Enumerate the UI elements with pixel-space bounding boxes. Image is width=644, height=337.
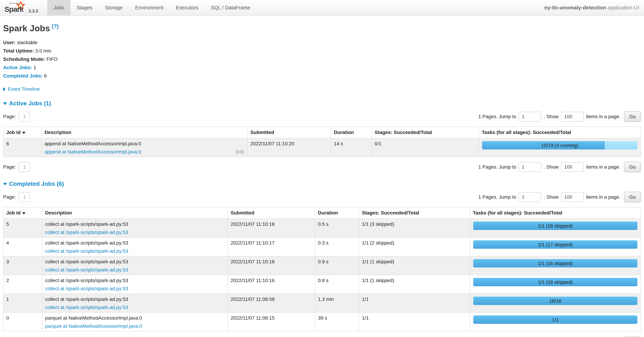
column-description[interactable]: Description — [42, 127, 248, 138]
sort-desc-icon — [22, 132, 26, 134]
progress-label: 1/1 (17 skipped) — [473, 240, 638, 249]
duration-cell: 0.9 s — [315, 256, 359, 275]
column-submitted[interactable]: Submitted — [248, 127, 331, 138]
stages-cell: 0/1 — [372, 138, 479, 157]
description-cell: append at NativeMethodAccessorImpl.java:… — [42, 138, 248, 157]
table-row: 4 collect at /spark-scripts/spark-ad.py:… — [3, 237, 641, 256]
sort-desc-icon — [22, 212, 26, 215]
jump-to-page-input[interactable] — [518, 192, 541, 202]
items-per-page-input[interactable] — [561, 112, 584, 121]
page-number-input[interactable] — [18, 112, 30, 121]
active-jobs-pager-top: Page: 1 Pages. Jump to . Show items in a… — [3, 111, 641, 122]
job-id-cell: 0 — [3, 313, 42, 331]
job-id-cell: 6 — [3, 138, 42, 157]
tasks-cell: 1/1 (18 skipped) — [470, 219, 641, 237]
column-stages[interactable]: Stages: Succeeded/Total — [372, 127, 479, 138]
stages-cell: 1/1 (3 skipped) — [359, 219, 470, 237]
event-timeline-toggle[interactable]: Event Timeline — [3, 86, 40, 92]
items-per-page-input[interactable] — [561, 162, 584, 172]
top-nav: APACHE Spark 3.3.0 Jobs Stages Storage E… — [0, 0, 644, 16]
items-per-page-input[interactable] — [561, 192, 584, 202]
column-duration[interactable]: Duration — [331, 127, 372, 138]
tab-jobs[interactable]: Jobs — [47, 0, 70, 15]
table-row: 6 append at NativeMethodAccessorImpl.jav… — [3, 138, 641, 157]
go-button[interactable]: Go — [624, 192, 641, 203]
jump-to-page-input[interactable] — [518, 112, 541, 121]
job-detail-link[interactable]: collect at /spark-scripts/spark-ad.py:53 — [45, 267, 128, 273]
table-row: 3 collect at /spark-scripts/spark-ad.py:… — [3, 256, 641, 275]
job-detail-link[interactable]: collect at /spark-scripts/spark-ad.py:53 — [45, 305, 128, 310]
go-button[interactable]: Go — [624, 111, 641, 122]
job-detail-link[interactable]: parquet at NativeMethodAccessorImpl.java… — [45, 323, 142, 329]
tab-storage[interactable]: Storage — [98, 0, 129, 15]
spark-logo[interactable]: APACHE Spark 3.3.0 — [0, 0, 40, 15]
tasks-cell: 1/1 (17 skipped) — [470, 237, 641, 256]
column-tasks[interactable]: Tasks (for all stages): Succeeded/Total — [479, 127, 641, 138]
page-number-input[interactable] — [18, 192, 30, 202]
progress-label: 1/1 — [473, 316, 638, 324]
collapse-open-icon — [3, 183, 7, 185]
task-progress-bar: 15/19 (4 running) — [482, 141, 638, 149]
completed-jobs-link[interactable]: Completed Jobs: — [3, 73, 42, 78]
column-tasks[interactable]: Tasks (for all stages): Succeeded/Total — [470, 207, 641, 219]
progress-label: 1/1 (16 skipped) — [473, 259, 638, 268]
task-progress-bar: 1/1 (17 skipped) — [473, 240, 638, 249]
summary-active-jobs: Active Jobs: 1 — [3, 65, 641, 70]
active-jobs-link[interactable]: Active Jobs: — [3, 65, 32, 70]
svg-text:Spark: Spark — [4, 5, 24, 13]
application-title: ny-tlc-anomaly-detection application UI — [544, 5, 644, 10]
description-cell: collect at /spark-scripts/spark-ad.py:53… — [42, 219, 228, 237]
job-summary: User: stackable Total Uptime: 3.0 min Sc… — [3, 40, 641, 79]
page-number-input[interactable] — [18, 162, 30, 172]
column-stages[interactable]: Stages: Succeeded/Total — [359, 207, 470, 219]
completed-jobs-section-header[interactable]: Completed Jobs (6) — [3, 180, 64, 187]
tab-executors[interactable]: Executors — [170, 0, 205, 15]
column-submitted[interactable]: Submitted — [228, 207, 315, 219]
column-job-id[interactable]: Job Id — [3, 207, 42, 219]
job-detail-link[interactable]: collect at /spark-scripts/spark-ad.py:53 — [45, 229, 128, 235]
active-jobs-section-header[interactable]: Active Jobs (1) — [3, 100, 51, 107]
description-cell: collect at /spark-scripts/spark-ad.py:53… — [42, 294, 228, 313]
column-description[interactable]: Description — [42, 207, 228, 219]
duration-cell: 0.5 s — [315, 219, 359, 237]
tab-stages[interactable]: Stages — [70, 0, 98, 15]
jump-to-page-input[interactable] — [518, 162, 541, 172]
summary-uptime: Total Uptime: 3.0 min — [3, 48, 641, 54]
kill-link[interactable]: (kill) — [236, 149, 244, 155]
duration-cell: 1.3 min — [315, 294, 359, 313]
table-row: 0 parquet at NativeMethodAccessorImpl.ja… — [3, 313, 641, 331]
duration-cell: 0.8 s — [315, 275, 359, 294]
job-detail-link[interactable]: collect at /spark-scripts/spark-ad.py:53 — [45, 248, 128, 254]
job-detail-link[interactable]: append at NativeMethodAccessorImpl.java:… — [44, 149, 141, 155]
go-button[interactable]: Go — [624, 162, 641, 172]
progress-label: 1/1 (16 skipped) — [473, 278, 638, 286]
submitted-cell: 2022/11/07 11:10:18 — [228, 219, 315, 237]
summary-scheduling-mode: Scheduling Mode: FIFO — [3, 56, 641, 62]
job-id-cell: 4 — [3, 237, 42, 256]
job-id-cell: 5 — [3, 219, 42, 237]
submitted-cell: 2022/11/07 11:10:16 — [228, 256, 315, 275]
table-row: 5 collect at /spark-scripts/spark-ad.py:… — [3, 219, 641, 237]
stages-cell: 1/1 — [359, 294, 470, 313]
job-id-cell: 3 — [3, 256, 42, 275]
help-icon[interactable]: (?) — [52, 23, 59, 29]
tasks-cell: 1/1 (16 skipped) — [470, 256, 641, 275]
description-cell: collect at /spark-scripts/spark-ad.py:53… — [42, 237, 228, 256]
tab-sql-dataframe[interactable]: SQL / DataFrame — [205, 0, 256, 15]
tab-environment[interactable]: Environment — [129, 0, 170, 15]
job-detail-link[interactable]: collect at /spark-scripts/spark-ad.py:53 — [45, 286, 128, 292]
active-jobs-table: Job Id Description Submitted Duration St… — [3, 126, 641, 157]
column-job-id[interactable]: Job Id — [3, 127, 42, 138]
duration-cell: 0.3 s — [315, 237, 359, 256]
table-header-row: Job Id Description Submitted Duration St… — [3, 127, 641, 138]
submitted-cell: 2022/11/07 11:10:20 — [248, 138, 331, 157]
description-cell: collect at /spark-scripts/spark-ad.py:53… — [42, 275, 228, 294]
table-header-row: Job Id Description Submitted Duration St… — [3, 207, 641, 219]
summary-completed-jobs: Completed Jobs: 6 — [3, 73, 641, 79]
column-duration[interactable]: Duration — [315, 207, 359, 219]
spark-logo-icon: APACHE Spark — [4, 1, 27, 14]
summary-user: User: stackable — [3, 40, 641, 45]
submitted-cell: 2022/11/07 11:08:58 — [228, 294, 315, 313]
submitted-cell: 2022/11/07 11:10:16 — [228, 275, 315, 294]
stages-cell: 1/1 (1 skipped) — [359, 256, 470, 275]
